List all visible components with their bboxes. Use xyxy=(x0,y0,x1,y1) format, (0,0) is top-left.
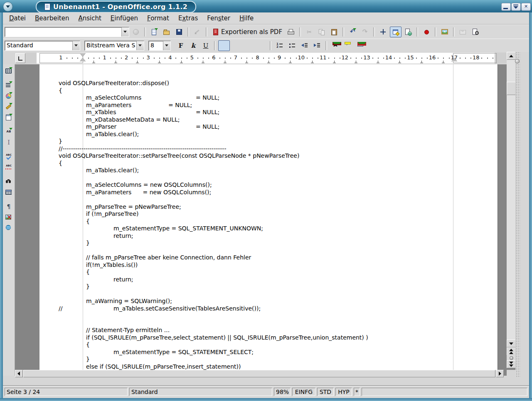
left-indent-marker[interactable] xyxy=(80,58,86,61)
menu-fenster[interactable]: Fenster xyxy=(202,13,235,23)
hyperlink-dialog-button[interactable] xyxy=(402,27,414,37)
align-left-button[interactable] xyxy=(218,40,230,51)
bold-button[interactable]: F xyxy=(175,40,187,51)
insert-object-button[interactable] xyxy=(4,91,14,101)
insert-mode[interactable]: EINFG xyxy=(292,388,315,396)
system-menu-button[interactable] xyxy=(3,2,13,12)
open-button[interactable] xyxy=(161,27,172,37)
scroll-right-button[interactable] xyxy=(496,370,504,377)
hyperlink-mode[interactable]: HYP xyxy=(335,388,352,396)
underline-button[interactable]: U xyxy=(200,40,212,51)
navigation-button[interactable] xyxy=(507,355,516,360)
page-indicator[interactable]: Seite 3 / 24 xyxy=(5,388,128,396)
right-indent-marker[interactable] xyxy=(451,58,457,61)
copy-button[interactable] xyxy=(316,27,328,37)
export-pdf-button[interactable]: Exportieren als PDF xyxy=(210,27,284,37)
redo-button[interactable]: ↷ xyxy=(359,27,371,37)
align-right-button[interactable] xyxy=(243,40,255,51)
increase-indent-button[interactable] xyxy=(311,40,323,51)
find-replace-button[interactable] xyxy=(4,176,14,186)
vertical-scrollbar[interactable] xyxy=(507,52,516,368)
nonprinting-characters-button[interactable]: ¶ xyxy=(4,201,14,211)
edit-file-button[interactable] xyxy=(192,27,203,37)
highlighting-button[interactable] xyxy=(342,40,354,51)
size-dropdown-button[interactable] xyxy=(163,41,170,50)
page-style-field[interactable]: Standard xyxy=(129,388,272,396)
style-dropdown-button[interactable] xyxy=(72,41,80,50)
grip-dot[interactable] xyxy=(515,59,520,64)
next-page-button[interactable] xyxy=(507,360,516,368)
first-line-indent-marker[interactable] xyxy=(80,53,86,57)
url-dropdown-button[interactable] xyxy=(121,27,129,37)
document-text[interactable]: void OSQLParseTreeIterator::dispose() { … xyxy=(59,80,368,376)
font-name-combo[interactable]: Bitstream Vera S xyxy=(84,41,144,51)
align-center-button[interactable] xyxy=(231,40,242,51)
font-size-combo[interactable]: 8 xyxy=(148,41,171,51)
draw-functions-button[interactable] xyxy=(4,102,14,112)
online-layout-button[interactable] xyxy=(4,223,14,233)
new-document-button[interactable] xyxy=(148,27,160,37)
undo-button[interactable]: ↶ xyxy=(347,27,358,37)
titlebar[interactable]: Unbenannt1 - OpenOffice.org 1.1.2 ✕ xyxy=(0,0,532,13)
autotext-button[interactable]: AB xyxy=(4,127,14,137)
menu-format[interactable]: Format xyxy=(143,13,174,23)
menu-bearbeiten[interactable]: Bearbeiten xyxy=(30,13,74,23)
print-button[interactable] xyxy=(285,27,297,37)
page-preview-button[interactable] xyxy=(470,27,481,37)
window-border-right xyxy=(529,12,532,401)
previous-page-button[interactable] xyxy=(507,347,516,355)
insert-table-button[interactable] xyxy=(4,66,14,76)
direct-cursor-button[interactable]: I xyxy=(4,137,14,147)
record-macro-button[interactable] xyxy=(421,27,432,37)
ruler-tick xyxy=(175,58,176,59)
vertical-scroll-thumb[interactable] xyxy=(507,82,516,95)
maximize-button[interactable] xyxy=(511,3,521,11)
font-dropdown-button[interactable] xyxy=(136,41,144,50)
data-sources-button[interactable] xyxy=(4,187,14,197)
menu-ansicht[interactable]: Ansicht xyxy=(74,13,106,23)
mail-button[interactable] xyxy=(457,27,469,37)
decrease-indent-button[interactable] xyxy=(299,40,310,51)
scroll-down-button[interactable] xyxy=(507,340,516,347)
url-input[interactable] xyxy=(5,27,129,37)
close-button[interactable]: ✕ xyxy=(521,3,531,11)
horizontal-ruler[interactable]: 1123456789101112131415161718 xyxy=(26,53,508,64)
ruler-number: 15 xyxy=(407,54,414,61)
menu-hilfe[interactable]: Hilfe xyxy=(235,13,258,23)
ruler-tick xyxy=(312,58,313,59)
font-color-button[interactable]: A xyxy=(330,40,341,51)
graphics-onoff-button[interactable] xyxy=(4,212,14,222)
menu-einfuegen[interactable]: Einfügen xyxy=(106,13,143,23)
zoom-level[interactable]: 98% xyxy=(274,388,291,396)
paragraph-style-combo[interactable]: Standard xyxy=(5,41,80,51)
stop-button[interactable] xyxy=(130,27,142,37)
navigator-button[interactable] xyxy=(377,27,389,37)
minimize-button[interactable] xyxy=(501,3,511,11)
stylist-button[interactable] xyxy=(390,27,401,37)
tab-type-selector[interactable] xyxy=(15,53,25,63)
cut-button[interactable]: ✂ xyxy=(303,27,315,37)
auto-spellcheck-button[interactable]: ABC xyxy=(4,162,14,172)
paragraph-background-button[interactable] xyxy=(355,40,366,51)
scroll-left-button[interactable] xyxy=(15,370,23,377)
horizontal-scrollbar[interactable] xyxy=(15,370,504,377)
selection-mode[interactable]: STD xyxy=(317,388,334,396)
menu-datei[interactable]: Datei xyxy=(5,13,30,23)
align-justify-button[interactable] xyxy=(256,40,267,51)
italic-button[interactable]: k xyxy=(187,40,199,51)
gallery-button[interactable] xyxy=(439,27,451,37)
numbered-list-button[interactable] xyxy=(274,40,286,51)
spellcheck-button[interactable]: ABC xyxy=(4,152,14,161)
document-view[interactable]: void OSQLParseTreeIterator::dispose() { … xyxy=(15,64,515,376)
ruler-number: 8 xyxy=(256,54,259,61)
insert-button[interactable] xyxy=(4,80,14,90)
menu-extras[interactable]: Extras xyxy=(174,13,202,23)
horizontal-scroll-thumb[interactable] xyxy=(23,370,495,377)
hyperlink-icon xyxy=(404,28,412,36)
paste-button[interactable] xyxy=(328,27,340,37)
bullet-list-button[interactable] xyxy=(286,40,298,51)
form-functions-button[interactable] xyxy=(4,112,14,122)
record-icon xyxy=(423,28,430,36)
scroll-up-button[interactable] xyxy=(507,52,516,60)
save-button[interactable] xyxy=(173,27,185,37)
